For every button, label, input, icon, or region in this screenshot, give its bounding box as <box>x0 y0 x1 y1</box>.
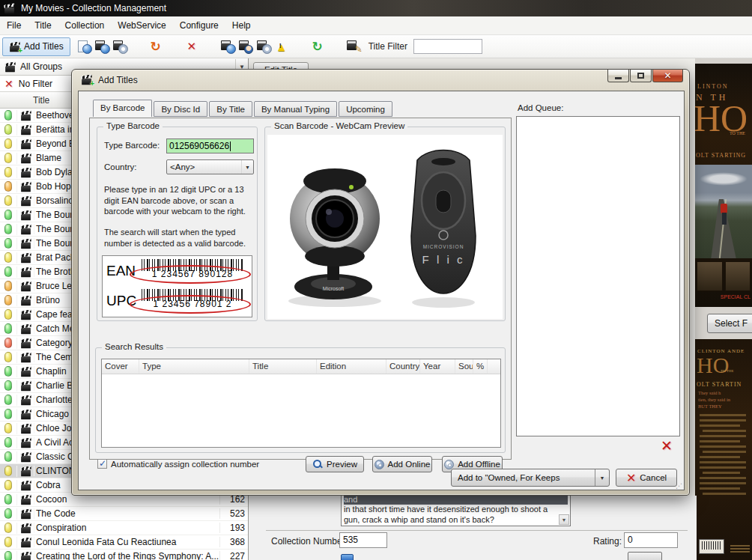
delete-title-icon[interactable] <box>183 38 201 55</box>
menu-item[interactable]: Help <box>225 16 258 34</box>
groups-icon <box>5 65 15 72</box>
auto-assign-checkbox[interactable] <box>97 459 107 469</box>
cancel-button[interactable]: ✕ Cancel <box>616 469 677 487</box>
refresh-icon[interactable] <box>309 38 327 55</box>
web-link-icon[interactable] <box>341 554 354 560</box>
list-item[interactable]: Creating the Lord of the Rings Symphony:… <box>0 550 248 560</box>
status-pill-icon <box>4 366 12 377</box>
movie-icon <box>21 441 31 448</box>
movie-icon <box>21 356 31 362</box>
export-web-icon[interactable] <box>75 38 93 55</box>
movie-icon <box>21 541 31 547</box>
scroll-down-button[interactable]: ▼ <box>559 514 569 525</box>
list-item[interactable]: Conul Leonida Fata Cu Reactiunea 368 <box>0 535 248 550</box>
title-cell: Conspiration <box>34 523 219 533</box>
menu-item[interactable]: WebService <box>111 16 172 34</box>
toolbar-separator[interactable] <box>201 38 219 55</box>
caption-buttons: ✕ <box>607 70 683 82</box>
title-filter-input[interactable] <box>413 39 482 54</box>
title-column-header[interactable]: Title <box>33 95 49 106</box>
status-pill-icon <box>4 281 12 291</box>
column-header[interactable]: Cover <box>102 359 139 374</box>
column-header[interactable]: Title <box>249 359 317 374</box>
resize-grip[interactable]: ⋰ <box>676 482 682 490</box>
add-titles-label: Add Titles <box>24 41 64 52</box>
country-select[interactable]: <Any> ▼ <box>166 159 254 174</box>
status-pill-icon <box>4 380 12 391</box>
toolbar-separator[interactable] <box>165 38 183 55</box>
dialog-tab[interactable]: By Barcode <box>93 100 152 117</box>
movie-icon <box>21 413 31 419</box>
movie-icon <box>21 171 31 177</box>
toolbar: Add Titles Title Filter <box>0 35 752 58</box>
remove-from-queue-icon[interactable]: ✕ <box>657 437 676 455</box>
partial-button[interactable] <box>628 552 662 560</box>
svg-text:MICROVISION: MICROVISION <box>423 244 464 249</box>
select-front-button[interactable]: Select F <box>707 314 752 333</box>
movie-icon <box>21 228 31 234</box>
dialog-tab[interactable]: By Title <box>209 101 252 117</box>
toolbar-separator[interactable] <box>129 38 147 55</box>
title-person-icon[interactable] <box>237 38 255 55</box>
maximize-button[interactable] <box>630 70 652 82</box>
group-label: Type Barcode <box>103 121 163 130</box>
red-ellipse <box>130 295 251 314</box>
menu-item[interactable]: File <box>0 16 28 34</box>
no-filter-icon: ✕ <box>4 78 13 90</box>
title-save-disc-icon[interactable] <box>111 38 129 55</box>
cover-body-text <box>695 411 752 495</box>
menu-item[interactable]: Configure <box>173 16 225 34</box>
title-update-icon[interactable] <box>219 38 237 55</box>
dialog-client: By BarcodeBy Disc IdBy TitleBy Manual Ty… <box>78 91 685 490</box>
dialog-tab[interactable]: By Manual Typing <box>254 101 337 117</box>
warning-icon[interactable] <box>273 38 291 55</box>
minimize-button[interactable] <box>607 70 629 82</box>
menu-item[interactable]: Collection <box>58 16 112 34</box>
cover-text: HO <box>697 354 729 377</box>
add-online-button[interactable]: Add Online <box>372 456 432 472</box>
barcode-input[interactable]: 012569056626 <box>166 139 254 153</box>
instructions-text: Please type in an 12 digit UPC or a 13 d… <box>104 184 254 217</box>
dialog-tab[interactable]: Upcoming <box>339 101 392 117</box>
column-header[interactable]: Edition <box>317 359 386 374</box>
menu-item[interactable]: Title <box>28 16 58 34</box>
rating-field[interactable]: 0 <box>624 532 678 548</box>
preview-button[interactable]: Preview <box>306 456 364 472</box>
edit-title-icon[interactable] <box>345 38 363 55</box>
column-header[interactable]: % <box>473 359 488 374</box>
sync-web-icon[interactable] <box>147 38 165 55</box>
add-titles-button[interactable]: Add Titles <box>2 37 70 56</box>
dialog-icon <box>82 79 91 85</box>
column-header[interactable]: Source <box>455 359 473 374</box>
add-queue-list[interactable] <box>516 116 680 436</box>
close-button[interactable]: ✕ <box>652 70 683 82</box>
status-pill-icon <box>4 309 12 320</box>
country-label: Country: <box>104 162 136 171</box>
column-header[interactable]: Year <box>420 359 455 374</box>
title-disc-icon[interactable] <box>255 38 273 55</box>
number-cell: 227 <box>219 551 248 560</box>
chevron-down-icon[interactable]: ▼ <box>595 469 609 486</box>
edit-title-panel: clinicians could break a horse to ride i… <box>249 496 697 560</box>
cover-text: TO THE <box>730 131 745 136</box>
list-item[interactable]: The Code 523 <box>0 507 248 521</box>
toolbar-separator[interactable] <box>327 38 345 55</box>
add-to-button[interactable]: Add to "Owned, For Keeps ▼ <box>451 469 610 487</box>
title-save-web-icon[interactable] <box>93 38 111 55</box>
status-pill-icon <box>4 252 12 263</box>
search-results-list[interactable]: CoverTypeTitleEditionCountryYearSource% <box>101 359 501 448</box>
movie-icon <box>21 128 31 135</box>
group-label: Scan Barcode - WebCam Preview <box>271 121 407 130</box>
dialog-tab[interactable]: By Disc Id <box>154 101 207 117</box>
svg-text:Microsoft: Microsoft <box>323 286 344 291</box>
toolbar-separator[interactable] <box>291 38 309 55</box>
movie-icon <box>21 142 31 149</box>
column-header[interactable]: Type <box>139 359 249 374</box>
app-icon <box>4 7 14 13</box>
collection-number-field[interactable]: 535 <box>339 532 387 548</box>
status-pill-icon <box>4 451 12 462</box>
column-header[interactable]: Country <box>386 359 420 374</box>
list-item[interactable]: Conspiration 193 <box>0 521 248 535</box>
status-pill-icon <box>4 167 12 177</box>
movie-icon <box>21 313 31 320</box>
